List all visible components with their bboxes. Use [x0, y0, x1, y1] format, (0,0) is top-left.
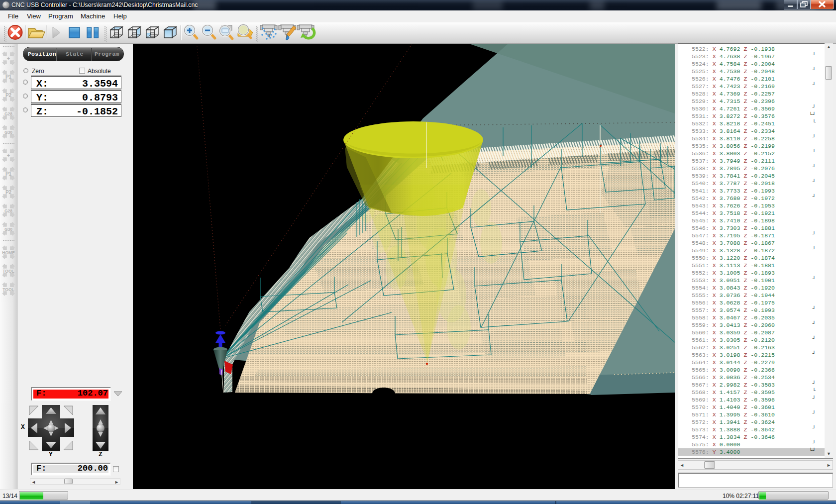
svg-text:P2: P2 [5, 93, 12, 98]
svg-text:G28: G28 [4, 111, 12, 116]
svg-text:+: + [7, 152, 10, 158]
svg-text:G30: G30 [4, 227, 12, 232]
svg-text:TOOL: TOOL [2, 269, 14, 274]
svg-text:P2: P2 [5, 190, 12, 195]
svg-text:+: + [7, 55, 10, 61]
svg-text:G30: G30 [4, 130, 12, 135]
svg-text:P1: P1 [5, 74, 12, 80]
svg-text:HOME: HOME [2, 250, 15, 255]
svg-text:P1: P1 [5, 171, 12, 177]
svg-text:G28: G28 [4, 208, 12, 213]
svg-text:TOOL: TOOL [2, 287, 14, 292]
